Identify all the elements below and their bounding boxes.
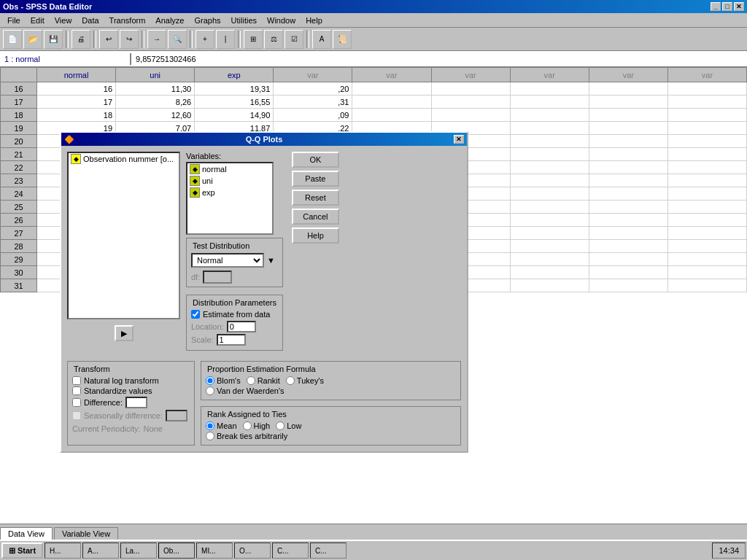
- data-cell[interactable]: [667, 201, 746, 214]
- data-cell[interactable]: 16,55: [195, 96, 274, 109]
- data-cell[interactable]: [352, 96, 431, 109]
- menu-view[interactable]: View: [50, 15, 77, 26]
- data-cell[interactable]: [510, 109, 589, 122]
- row-number-cell[interactable]: 31: [1, 279, 37, 292]
- start-button[interactable]: ⊞ Start: [1, 542, 43, 559]
- menu-analyze[interactable]: Analyze: [151, 15, 188, 26]
- col-header-var2[interactable]: var: [352, 68, 431, 82]
- location-input[interactable]: [227, 321, 256, 332]
- split-button[interactable]: ⊞: [244, 30, 263, 49]
- data-cell[interactable]: [667, 161, 746, 174]
- data-cell[interactable]: [589, 187, 667, 201]
- row-number-cell[interactable]: 29: [1, 253, 37, 266]
- row-number-cell[interactable]: 24: [1, 187, 37, 201]
- tab-variable-view[interactable]: Variable View: [54, 527, 118, 540]
- data-cell[interactable]: [510, 96, 589, 109]
- seasonal-diff-checkbox[interactable]: [72, 411, 81, 420]
- taskbar-item-5[interactable]: O...: [234, 542, 271, 559]
- data-cell[interactable]: [352, 82, 431, 96]
- close-button[interactable]: ✕: [734, 2, 744, 11]
- data-cell[interactable]: [667, 240, 746, 253]
- print-button[interactable]: 🖨: [71, 30, 90, 49]
- undo-button[interactable]: ↩: [99, 30, 118, 49]
- data-cell[interactable]: [431, 109, 510, 122]
- data-cell[interactable]: 11,30: [116, 82, 195, 96]
- insert-case-button[interactable]: +: [196, 30, 214, 49]
- bloms-radio[interactable]: [206, 376, 214, 385]
- data-cell[interactable]: [589, 122, 667, 135]
- data-cell[interactable]: [589, 174, 667, 187]
- row-number-cell[interactable]: 30: [1, 266, 37, 279]
- data-cell[interactable]: [589, 279, 667, 292]
- data-cell[interactable]: [589, 227, 667, 240]
- tukeys-radio[interactable]: [286, 376, 295, 385]
- data-cell[interactable]: [431, 82, 510, 96]
- data-cell[interactable]: [589, 253, 667, 266]
- data-cell[interactable]: [589, 109, 667, 122]
- reset-button[interactable]: Reset: [292, 190, 339, 206]
- data-cell[interactable]: [510, 214, 589, 227]
- data-cell[interactable]: [589, 82, 667, 96]
- col-header-uni[interactable]: uni: [116, 68, 195, 82]
- natural-log-checkbox[interactable]: [72, 376, 81, 385]
- data-cell[interactable]: [667, 214, 746, 227]
- data-cell[interactable]: [667, 266, 746, 279]
- maximize-button[interactable]: □: [722, 2, 732, 11]
- test-dist-select[interactable]: Normal Uniform Exponential Poisson: [191, 253, 264, 268]
- data-cell[interactable]: [667, 187, 746, 201]
- data-cell[interactable]: 8,26: [116, 96, 195, 109]
- data-cell[interactable]: [667, 253, 746, 266]
- data-cell[interactable]: [667, 96, 746, 109]
- insert-var-button[interactable]: |: [216, 30, 235, 49]
- high-radio[interactable]: [243, 421, 252, 430]
- taskbar-item-7[interactable]: C...: [310, 542, 347, 559]
- data-cell[interactable]: [510, 135, 589, 148]
- data-cell[interactable]: [667, 174, 746, 187]
- data-cell[interactable]: [667, 148, 746, 161]
- goto-button[interactable]: →: [147, 30, 166, 49]
- menu-transform[interactable]: Transform: [105, 15, 150, 26]
- data-cell[interactable]: [667, 135, 746, 148]
- estimate-checkbox[interactable]: [191, 310, 200, 319]
- data-cell[interactable]: [510, 122, 589, 135]
- value-labels-button[interactable]: A: [312, 30, 331, 49]
- menu-graphs[interactable]: Graphs: [190, 15, 225, 26]
- data-cell[interactable]: [510, 253, 589, 266]
- row-number-cell[interactable]: 27: [1, 227, 37, 240]
- help-button[interactable]: Help: [292, 228, 339, 244]
- tab-data-view[interactable]: Data View: [0, 527, 53, 540]
- menu-window[interactable]: Window: [263, 15, 300, 26]
- data-cell[interactable]: [589, 214, 667, 227]
- menu-help[interactable]: Help: [301, 15, 327, 26]
- redo-button[interactable]: ↪: [120, 30, 139, 49]
- data-cell[interactable]: [510, 240, 589, 253]
- col-header-var3[interactable]: var: [431, 68, 510, 82]
- data-cell[interactable]: ,31: [274, 96, 352, 109]
- data-cell[interactable]: [510, 82, 589, 96]
- open-button[interactable]: 📂: [23, 30, 42, 49]
- data-cell[interactable]: [589, 240, 667, 253]
- data-cell[interactable]: [510, 161, 589, 174]
- data-cell[interactable]: [667, 227, 746, 240]
- row-number-cell[interactable]: 22: [1, 161, 37, 174]
- data-cell[interactable]: [352, 109, 431, 122]
- mean-radio[interactable]: [206, 421, 214, 430]
- row-number-cell[interactable]: 18: [1, 109, 37, 122]
- data-cell[interactable]: 14,90: [195, 109, 274, 122]
- data-cell[interactable]: 16: [37, 82, 116, 96]
- break-ties-radio[interactable]: [206, 432, 214, 440]
- data-cell[interactable]: [589, 161, 667, 174]
- data-cell[interactable]: 19,31: [195, 82, 274, 96]
- data-cell[interactable]: [667, 82, 746, 96]
- data-cell[interactable]: [589, 201, 667, 214]
- data-cell[interactable]: [431, 96, 510, 109]
- taskbar-item-2[interactable]: La...: [120, 542, 157, 559]
- row-number-cell[interactable]: 16: [1, 82, 37, 96]
- df-input[interactable]: [203, 271, 232, 284]
- data-cell[interactable]: [510, 148, 589, 161]
- weight-button[interactable]: ⚖: [264, 30, 283, 49]
- row-number-cell[interactable]: 25: [1, 201, 37, 214]
- col-header-var6[interactable]: var: [667, 68, 746, 82]
- difference-checkbox[interactable]: [72, 398, 81, 407]
- find-button[interactable]: 🔍: [168, 30, 187, 49]
